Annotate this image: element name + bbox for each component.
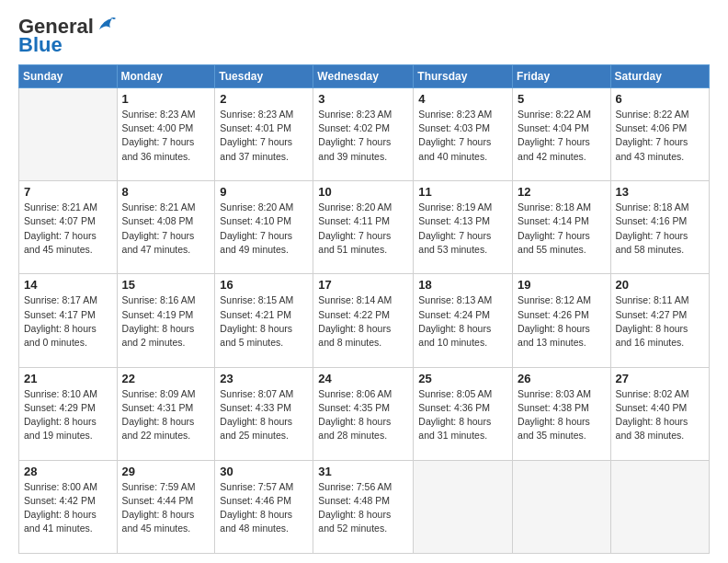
cell-info: Sunrise: 8:02 AMSunset: 4:40 PMDaylight:… [616,387,704,443]
col-header-wednesday: Wednesday [313,65,414,88]
cell-info: Sunrise: 8:18 AMSunset: 4:16 PMDaylight:… [616,201,704,257]
cell-info: Sunrise: 8:16 AMSunset: 4:19 PMDaylight:… [122,293,210,350]
calendar-cell: 2Sunrise: 8:23 AMSunset: 4:01 PMDaylight… [215,88,313,181]
calendar-cell: 23Sunrise: 8:07 AMSunset: 4:33 PMDayligh… [215,367,313,460]
calendar-cell: 7Sunrise: 8:21 AMSunset: 4:07 PMDaylight… [19,181,118,274]
day-number: 25 [418,372,507,385]
cell-info: Sunrise: 8:03 AMSunset: 4:38 PMDaylight:… [518,387,606,443]
day-number: 27 [616,372,704,385]
cell-info: Sunrise: 8:23 AMSunset: 4:00 PMDaylight:… [122,108,210,164]
calendar-cell: 4Sunrise: 8:23 AMSunset: 4:03 PMDaylight… [414,88,513,181]
calendar-cell: 8Sunrise: 8:21 AMSunset: 4:08 PMDaylight… [117,181,215,274]
cell-info: Sunrise: 8:21 AMSunset: 4:08 PMDaylight:… [122,201,210,257]
day-number: 12 [518,185,606,199]
cell-info: Sunrise: 7:57 AMSunset: 4:46 PMDaylight:… [220,480,308,536]
calendar-cell: 20Sunrise: 8:11 AMSunset: 4:27 PMDayligh… [610,274,709,367]
day-number: 8 [122,185,210,199]
day-number: 19 [518,278,606,292]
calendar-week-row: 28Sunrise: 8:00 AMSunset: 4:42 PMDayligh… [19,460,710,553]
calendar-week-row: 7Sunrise: 8:21 AMSunset: 4:07 PMDaylight… [19,181,710,274]
calendar-header-row: SundayMondayTuesdayWednesdayThursdayFrid… [19,65,710,88]
cell-info: Sunrise: 8:18 AMSunset: 4:14 PMDaylight:… [518,201,606,257]
day-number: 17 [318,278,408,292]
cell-info: Sunrise: 8:23 AMSunset: 4:01 PMDaylight:… [220,108,308,164]
calendar-cell [414,460,513,553]
calendar-cell: 25Sunrise: 8:05 AMSunset: 4:36 PMDayligh… [414,367,513,460]
cell-info: Sunrise: 8:22 AMSunset: 4:04 PMDaylight:… [518,108,606,164]
day-number: 24 [318,372,408,385]
day-number: 6 [616,92,704,106]
calendar-cell: 3Sunrise: 8:23 AMSunset: 4:02 PMDaylight… [313,88,414,181]
cell-info: Sunrise: 8:15 AMSunset: 4:21 PMDaylight:… [220,293,308,350]
day-number: 20 [616,278,704,292]
calendar-cell: 27Sunrise: 8:02 AMSunset: 4:40 PMDayligh… [610,367,709,460]
calendar-cell: 6Sunrise: 8:22 AMSunset: 4:06 PMDaylight… [610,88,709,181]
cell-info: Sunrise: 8:22 AMSunset: 4:06 PMDaylight:… [616,108,704,164]
day-number: 31 [318,465,408,478]
day-number: 26 [518,372,606,385]
logo: General Blue [18,15,116,57]
calendar-cell: 18Sunrise: 8:13 AMSunset: 4:24 PMDayligh… [414,274,513,367]
calendar-cell: 22Sunrise: 8:09 AMSunset: 4:31 PMDayligh… [117,367,215,460]
cell-info: Sunrise: 8:00 AMSunset: 4:42 PMDaylight:… [24,480,112,536]
calendar-cell: 17Sunrise: 8:14 AMSunset: 4:22 PMDayligh… [313,274,414,367]
calendar-cell: 15Sunrise: 8:16 AMSunset: 4:19 PMDayligh… [117,274,215,367]
col-header-thursday: Thursday [414,65,513,88]
col-header-monday: Monday [117,65,215,88]
cell-info: Sunrise: 8:21 AMSunset: 4:07 PMDaylight:… [24,201,112,257]
calendar-cell [513,460,611,553]
day-number: 10 [318,185,408,199]
logo-bird-icon [96,17,116,33]
day-number: 29 [122,465,210,478]
calendar-cell: 16Sunrise: 8:15 AMSunset: 4:21 PMDayligh… [215,274,313,367]
calendar-cell: 31Sunrise: 7:56 AMSunset: 4:48 PMDayligh… [313,460,414,553]
day-number: 7 [24,185,112,199]
calendar-cell: 1Sunrise: 8:23 AMSunset: 4:00 PMDaylight… [117,88,215,181]
calendar-cell: 12Sunrise: 8:18 AMSunset: 4:14 PMDayligh… [513,181,611,274]
calendar-cell: 28Sunrise: 8:00 AMSunset: 4:42 PMDayligh… [19,460,118,553]
day-number: 21 [24,372,112,385]
calendar-week-row: 14Sunrise: 8:17 AMSunset: 4:17 PMDayligh… [19,274,710,367]
cell-info: Sunrise: 8:19 AMSunset: 4:13 PMDaylight:… [418,201,507,257]
calendar-cell: 30Sunrise: 7:57 AMSunset: 4:46 PMDayligh… [215,460,313,553]
calendar-cell: 11Sunrise: 8:19 AMSunset: 4:13 PMDayligh… [414,181,513,274]
cell-info: Sunrise: 8:10 AMSunset: 4:29 PMDaylight:… [24,387,112,443]
calendar-cell: 24Sunrise: 8:06 AMSunset: 4:35 PMDayligh… [313,367,414,460]
day-number: 1 [122,92,210,106]
day-number: 22 [122,372,210,385]
day-number: 16 [220,278,308,292]
calendar-cell: 21Sunrise: 8:10 AMSunset: 4:29 PMDayligh… [19,367,118,460]
cell-info: Sunrise: 8:20 AMSunset: 4:10 PMDaylight:… [220,201,308,257]
day-number: 3 [318,92,408,106]
calendar-cell [610,460,709,553]
day-number: 18 [418,278,507,292]
day-number: 14 [24,278,112,292]
calendar-cell: 26Sunrise: 8:03 AMSunset: 4:38 PMDayligh… [513,367,611,460]
calendar-week-row: 1Sunrise: 8:23 AMSunset: 4:00 PMDaylight… [19,88,710,181]
day-number: 2 [220,92,308,106]
day-number: 9 [220,185,308,199]
calendar-cell: 10Sunrise: 8:20 AMSunset: 4:11 PMDayligh… [313,181,414,274]
cell-info: Sunrise: 8:11 AMSunset: 4:27 PMDaylight:… [616,293,704,350]
cell-info: Sunrise: 8:20 AMSunset: 4:11 PMDaylight:… [318,201,408,257]
day-number: 23 [220,372,308,385]
calendar-cell: 14Sunrise: 8:17 AMSunset: 4:17 PMDayligh… [19,274,118,367]
cell-info: Sunrise: 7:59 AMSunset: 4:44 PMDaylight:… [122,480,210,536]
col-header-sunday: Sunday [19,65,118,88]
day-number: 28 [24,465,112,478]
day-number: 5 [518,92,606,106]
col-header-tuesday: Tuesday [215,65,313,88]
cell-info: Sunrise: 8:23 AMSunset: 4:03 PMDaylight:… [418,108,507,164]
calendar-cell: 29Sunrise: 7:59 AMSunset: 4:44 PMDayligh… [117,460,215,553]
cell-info: Sunrise: 8:07 AMSunset: 4:33 PMDaylight:… [220,387,308,443]
page: General Blue SundayMondayTuesdayWednesda… [0,0,728,563]
cell-info: Sunrise: 8:13 AMSunset: 4:24 PMDaylight:… [418,293,507,350]
calendar-week-row: 21Sunrise: 8:10 AMSunset: 4:29 PMDayligh… [19,367,710,460]
calendar-table: SundayMondayTuesdayWednesdayThursdayFrid… [18,64,710,554]
day-number: 4 [418,92,507,106]
cell-info: Sunrise: 8:17 AMSunset: 4:17 PMDaylight:… [24,293,112,350]
calendar-cell [19,88,118,181]
day-number: 30 [220,465,308,478]
day-number: 13 [616,185,704,199]
calendar-cell: 9Sunrise: 8:20 AMSunset: 4:10 PMDaylight… [215,181,313,274]
